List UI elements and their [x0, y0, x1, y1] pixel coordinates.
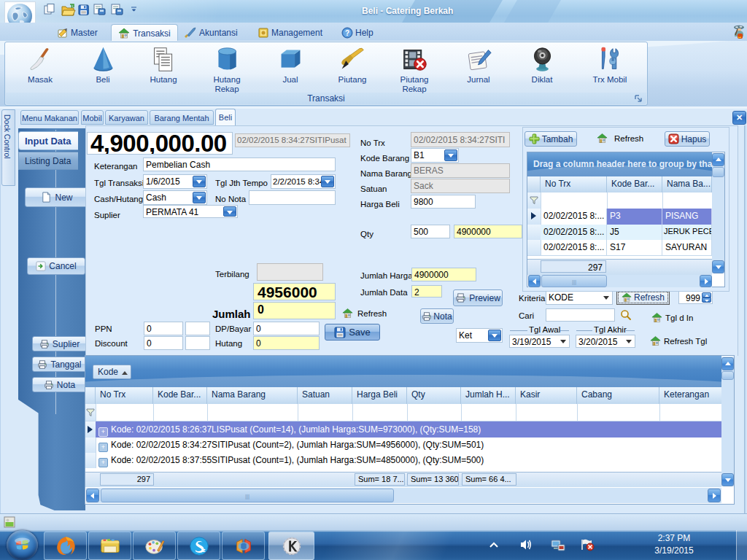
svg-text:z: z [202, 546, 205, 553]
svg-text:?: ? [345, 29, 349, 37]
